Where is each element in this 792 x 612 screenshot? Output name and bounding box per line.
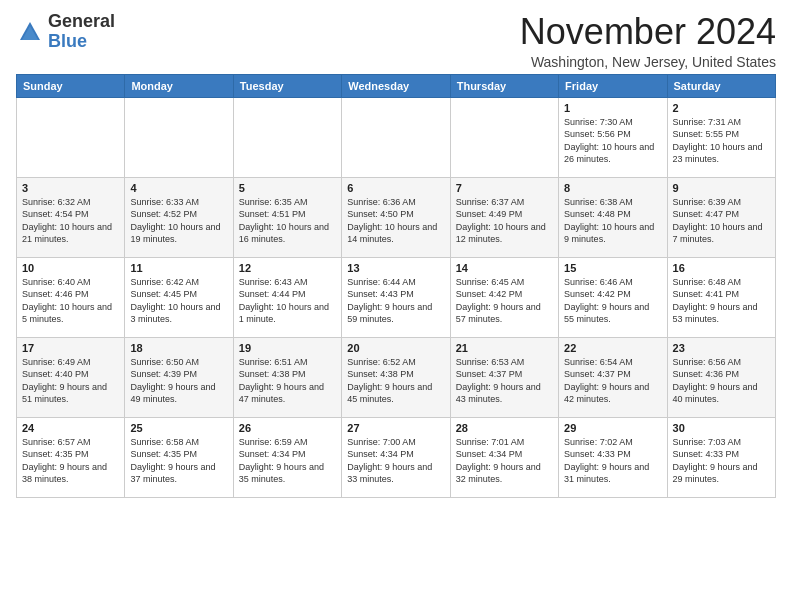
table-row: 11Sunrise: 6:42 AMSunset: 4:45 PMDayligh… <box>125 257 233 337</box>
day-number: 28 <box>456 422 553 434</box>
logo: General Blue <box>16 12 115 52</box>
day-info: Sunrise: 6:37 AMSunset: 4:49 PMDaylight:… <box>456 196 553 246</box>
logo-general: General <box>48 11 115 31</box>
calendar-week-1: 1Sunrise: 7:30 AMSunset: 5:56 PMDaylight… <box>17 97 776 177</box>
table-row: 15Sunrise: 6:46 AMSunset: 4:42 PMDayligh… <box>559 257 667 337</box>
day-info: Sunrise: 6:48 AMSunset: 4:41 PMDaylight:… <box>673 276 770 326</box>
day-number: 22 <box>564 342 661 354</box>
day-info: Sunrise: 6:39 AMSunset: 4:47 PMDaylight:… <box>673 196 770 246</box>
day-number: 7 <box>456 182 553 194</box>
day-info: Sunrise: 6:57 AMSunset: 4:35 PMDaylight:… <box>22 436 119 486</box>
table-row: 5Sunrise: 6:35 AMSunset: 4:51 PMDaylight… <box>233 177 341 257</box>
location: Washington, New Jersey, United States <box>520 54 776 70</box>
calendar-week-5: 24Sunrise: 6:57 AMSunset: 4:35 PMDayligh… <box>17 417 776 497</box>
header: General Blue November 2024 Washington, N… <box>16 12 776 70</box>
table-row: 19Sunrise: 6:51 AMSunset: 4:38 PMDayligh… <box>233 337 341 417</box>
day-number: 23 <box>673 342 770 354</box>
table-row: 10Sunrise: 6:40 AMSunset: 4:46 PMDayligh… <box>17 257 125 337</box>
day-number: 30 <box>673 422 770 434</box>
day-number: 25 <box>130 422 227 434</box>
calendar-header-row: Sunday Monday Tuesday Wednesday Thursday… <box>17 74 776 97</box>
table-row: 14Sunrise: 6:45 AMSunset: 4:42 PMDayligh… <box>450 257 558 337</box>
logo-text: General Blue <box>48 12 115 52</box>
day-info: Sunrise: 6:56 AMSunset: 4:36 PMDaylight:… <box>673 356 770 406</box>
day-number: 17 <box>22 342 119 354</box>
calendar-week-3: 10Sunrise: 6:40 AMSunset: 4:46 PMDayligh… <box>17 257 776 337</box>
day-info: Sunrise: 6:43 AMSunset: 4:44 PMDaylight:… <box>239 276 336 326</box>
table-row: 7Sunrise: 6:37 AMSunset: 4:49 PMDaylight… <box>450 177 558 257</box>
month-title: November 2024 <box>520 12 776 52</box>
table-row: 20Sunrise: 6:52 AMSunset: 4:38 PMDayligh… <box>342 337 450 417</box>
day-info: Sunrise: 7:01 AMSunset: 4:34 PMDaylight:… <box>456 436 553 486</box>
day-info: Sunrise: 6:33 AMSunset: 4:52 PMDaylight:… <box>130 196 227 246</box>
day-info: Sunrise: 6:42 AMSunset: 4:45 PMDaylight:… <box>130 276 227 326</box>
header-saturday: Saturday <box>667 74 775 97</box>
table-row: 30Sunrise: 7:03 AMSunset: 4:33 PMDayligh… <box>667 417 775 497</box>
table-row <box>342 97 450 177</box>
day-info: Sunrise: 6:40 AMSunset: 4:46 PMDaylight:… <box>22 276 119 326</box>
day-info: Sunrise: 6:38 AMSunset: 4:48 PMDaylight:… <box>564 196 661 246</box>
table-row: 17Sunrise: 6:49 AMSunset: 4:40 PMDayligh… <box>17 337 125 417</box>
day-info: Sunrise: 6:50 AMSunset: 4:39 PMDaylight:… <box>130 356 227 406</box>
day-info: Sunrise: 6:52 AMSunset: 4:38 PMDaylight:… <box>347 356 444 406</box>
day-info: Sunrise: 7:00 AMSunset: 4:34 PMDaylight:… <box>347 436 444 486</box>
day-info: Sunrise: 6:59 AMSunset: 4:34 PMDaylight:… <box>239 436 336 486</box>
table-row <box>125 97 233 177</box>
day-info: Sunrise: 6:51 AMSunset: 4:38 PMDaylight:… <box>239 356 336 406</box>
table-row: 24Sunrise: 6:57 AMSunset: 4:35 PMDayligh… <box>17 417 125 497</box>
day-number: 26 <box>239 422 336 434</box>
day-info: Sunrise: 7:30 AMSunset: 5:56 PMDaylight:… <box>564 116 661 166</box>
day-number: 27 <box>347 422 444 434</box>
day-info: Sunrise: 6:35 AMSunset: 4:51 PMDaylight:… <box>239 196 336 246</box>
table-row: 23Sunrise: 6:56 AMSunset: 4:36 PMDayligh… <box>667 337 775 417</box>
table-row: 18Sunrise: 6:50 AMSunset: 4:39 PMDayligh… <box>125 337 233 417</box>
day-info: Sunrise: 6:36 AMSunset: 4:50 PMDaylight:… <box>347 196 444 246</box>
day-number: 9 <box>673 182 770 194</box>
day-number: 14 <box>456 262 553 274</box>
table-row: 3Sunrise: 6:32 AMSunset: 4:54 PMDaylight… <box>17 177 125 257</box>
table-row: 12Sunrise: 6:43 AMSunset: 4:44 PMDayligh… <box>233 257 341 337</box>
day-number: 4 <box>130 182 227 194</box>
logo-blue: Blue <box>48 31 87 51</box>
day-number: 24 <box>22 422 119 434</box>
table-row: 13Sunrise: 6:44 AMSunset: 4:43 PMDayligh… <box>342 257 450 337</box>
day-number: 16 <box>673 262 770 274</box>
day-number: 5 <box>239 182 336 194</box>
day-number: 11 <box>130 262 227 274</box>
table-row <box>17 97 125 177</box>
table-row: 6Sunrise: 6:36 AMSunset: 4:50 PMDaylight… <box>342 177 450 257</box>
header-tuesday: Tuesday <box>233 74 341 97</box>
day-number: 2 <box>673 102 770 114</box>
day-number: 15 <box>564 262 661 274</box>
day-number: 18 <box>130 342 227 354</box>
table-row <box>233 97 341 177</box>
day-info: Sunrise: 6:32 AMSunset: 4:54 PMDaylight:… <box>22 196 119 246</box>
day-number: 29 <box>564 422 661 434</box>
day-number: 12 <box>239 262 336 274</box>
day-info: Sunrise: 6:46 AMSunset: 4:42 PMDaylight:… <box>564 276 661 326</box>
page: General Blue November 2024 Washington, N… <box>0 0 792 506</box>
day-info: Sunrise: 7:31 AMSunset: 5:55 PMDaylight:… <box>673 116 770 166</box>
day-number: 13 <box>347 262 444 274</box>
table-row: 4Sunrise: 6:33 AMSunset: 4:52 PMDaylight… <box>125 177 233 257</box>
header-friday: Friday <box>559 74 667 97</box>
title-block: November 2024 Washington, New Jersey, Un… <box>520 12 776 70</box>
header-wednesday: Wednesday <box>342 74 450 97</box>
table-row: 29Sunrise: 7:02 AMSunset: 4:33 PMDayligh… <box>559 417 667 497</box>
header-sunday: Sunday <box>17 74 125 97</box>
table-row: 8Sunrise: 6:38 AMSunset: 4:48 PMDaylight… <box>559 177 667 257</box>
table-row: 28Sunrise: 7:01 AMSunset: 4:34 PMDayligh… <box>450 417 558 497</box>
table-row: 26Sunrise: 6:59 AMSunset: 4:34 PMDayligh… <box>233 417 341 497</box>
day-info: Sunrise: 6:44 AMSunset: 4:43 PMDaylight:… <box>347 276 444 326</box>
table-row: 22Sunrise: 6:54 AMSunset: 4:37 PMDayligh… <box>559 337 667 417</box>
calendar-table: Sunday Monday Tuesday Wednesday Thursday… <box>16 74 776 498</box>
day-info: Sunrise: 6:53 AMSunset: 4:37 PMDaylight:… <box>456 356 553 406</box>
table-row: 21Sunrise: 6:53 AMSunset: 4:37 PMDayligh… <box>450 337 558 417</box>
day-info: Sunrise: 6:49 AMSunset: 4:40 PMDaylight:… <box>22 356 119 406</box>
day-number: 6 <box>347 182 444 194</box>
header-thursday: Thursday <box>450 74 558 97</box>
table-row: 27Sunrise: 7:00 AMSunset: 4:34 PMDayligh… <box>342 417 450 497</box>
day-info: Sunrise: 6:45 AMSunset: 4:42 PMDaylight:… <box>456 276 553 326</box>
day-number: 3 <box>22 182 119 194</box>
table-row: 2Sunrise: 7:31 AMSunset: 5:55 PMDaylight… <box>667 97 775 177</box>
